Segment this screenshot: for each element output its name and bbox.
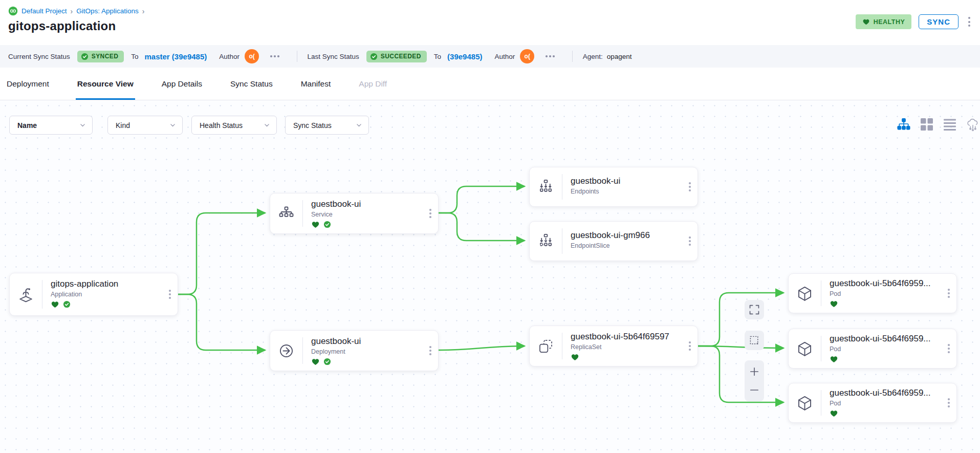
- health-status-badge: HEALTHY: [856, 14, 912, 29]
- filter-bar: Name Kind Health Status Sync Status: [9, 116, 369, 135]
- tab-bar: Deployment Resource View App Details Syn…: [0, 68, 980, 100]
- node-pod[interactable]: guestbook-ui-5b64f6959... Pod: [788, 273, 957, 313]
- node-body: guestbook-ui Service: [303, 193, 423, 233]
- endpoints-icon: [530, 167, 562, 206]
- node-status: [571, 353, 682, 363]
- filter-kind-dropdown[interactable]: Kind: [107, 116, 183, 135]
- check-icon: [370, 53, 378, 60]
- header-actions: HEALTHY SYNC: [856, 14, 973, 29]
- healthy-heart-icon: [51, 300, 59, 311]
- sync-button[interactable]: SYNC: [919, 14, 959, 29]
- node-status: [830, 409, 941, 420]
- filter-name-label: Name: [17, 121, 37, 130]
- resource-graph-canvas[interactable]: Name Kind Health Status Sync Status: [0, 100, 980, 453]
- node-kind: EndpointSlice: [571, 242, 682, 249]
- last-sync-more-icon[interactable]: [545, 53, 556, 59]
- view-mode-toggles: [897, 118, 979, 131]
- node-title: guestbook-ui-5b64f6959...: [830, 388, 941, 398]
- breadcrumb-separator: ›: [71, 7, 73, 15]
- fit-view-icon: [749, 304, 760, 315]
- last-author-avatar: o(: [520, 49, 534, 63]
- node-title: guestbook-ui-5b64f6959...: [830, 334, 941, 344]
- node-body: guestbook-ui Endpoints: [562, 167, 682, 206]
- node-status: [311, 357, 423, 368]
- healthy-heart-icon: [830, 299, 838, 310]
- grid-view-icon[interactable]: [920, 118, 933, 131]
- node-menu-icon[interactable]: [941, 383, 956, 422]
- node-body: guestbook-ui-5b64f6959... Pod: [821, 383, 941, 422]
- tab-app-diff: App Diff: [357, 68, 388, 100]
- zoom-in-button[interactable]: [749, 366, 760, 377]
- node-body: guestbook-ui-gm966 EndpointSlice: [562, 222, 682, 261]
- node-application[interactable]: gitops-application Application: [9, 273, 178, 316]
- application-icon: [10, 273, 42, 315]
- node-menu-icon[interactable]: [682, 326, 698, 366]
- succeeded-badge: SUCCEEDED: [366, 51, 427, 62]
- breadcrumb-section-link[interactable]: GitOps: Applications: [76, 7, 139, 15]
- node-title: gitops-application: [51, 279, 162, 289]
- node-replicaset[interactable]: guestbook-ui-5b64f69597 ReplicaSet: [529, 326, 698, 366]
- node-pod[interactable]: guestbook-ui-5b64f6959... Pod: [788, 329, 957, 369]
- node-status: [830, 355, 941, 365]
- tab-sync-status[interactable]: Sync Status: [229, 68, 274, 100]
- synced-check-icon: [323, 221, 331, 230]
- chevron-down-icon: [356, 122, 362, 128]
- node-menu-icon[interactable]: [162, 273, 178, 315]
- node-title: guestbook-ui-gm966: [571, 230, 682, 241]
- zoom-out-button[interactable]: [749, 384, 760, 396]
- pod-icon: [789, 329, 821, 368]
- chevron-down-icon: [79, 122, 86, 128]
- header-more-menu-icon[interactable]: [966, 15, 973, 28]
- node-deployment[interactable]: guestbook-ui Deployment: [270, 330, 439, 371]
- list-view-icon[interactable]: [943, 118, 956, 131]
- node-kind: ReplicaSet: [571, 343, 682, 351]
- node-service[interactable]: guestbook-ui Service: [270, 193, 439, 234]
- sync-status-bar: Current Sync Status SYNCED To master (39…: [0, 45, 980, 68]
- filter-sync-status-dropdown[interactable]: Sync Status: [285, 116, 369, 135]
- current-revision-link[interactable]: master (39e9485): [145, 52, 207, 61]
- node-title: guestbook-ui: [571, 176, 682, 186]
- chevron-down-icon: [264, 122, 270, 128]
- node-endpointslice[interactable]: guestbook-ui-gm966 EndpointSlice: [529, 221, 698, 261]
- healthy-heart-icon: [311, 220, 320, 231]
- node-menu-icon[interactable]: [682, 167, 698, 206]
- tree-view-icon[interactable]: [897, 118, 910, 131]
- node-body: guestbook-ui-5b64f6959... Pod: [821, 274, 941, 313]
- plus-icon: [749, 366, 760, 377]
- fit-view-button[interactable]: [745, 300, 764, 319]
- tab-deployment[interactable]: Deployment: [5, 68, 51, 100]
- node-menu-icon[interactable]: [941, 329, 956, 368]
- synced-badge: SYNCED: [77, 51, 124, 62]
- node-kind: Application: [51, 291, 162, 298]
- node-menu-icon[interactable]: [423, 193, 438, 233]
- breadcrumb-project-link[interactable]: Default Project: [21, 7, 67, 15]
- healthy-heart-icon: [830, 355, 838, 365]
- replicaset-icon: [530, 326, 562, 366]
- network-view-icon[interactable]: [966, 118, 979, 131]
- last-author-label: Author: [494, 53, 515, 60]
- node-endpoints[interactable]: guestbook-ui Endpoints: [529, 167, 698, 207]
- breadcrumb: Default Project › GitOps: Applications ›: [8, 6, 972, 16]
- node-title: guestbook-ui-5b64f6959...: [830, 278, 941, 289]
- node-menu-icon[interactable]: [941, 274, 956, 313]
- zoom-buttons: [745, 360, 764, 401]
- node-kind: Deployment: [311, 348, 423, 355]
- last-revision-link[interactable]: (39e9485): [447, 52, 482, 61]
- tab-app-details[interactable]: App Details: [160, 68, 204, 100]
- node-body: gitops-application Application: [42, 273, 162, 315]
- filter-name-dropdown[interactable]: Name: [9, 116, 93, 135]
- filter-health-status-dropdown[interactable]: Health Status: [191, 116, 277, 135]
- tab-resource-view[interactable]: Resource View: [76, 68, 135, 100]
- node-pod[interactable]: guestbook-ui-5b64f6959... Pod: [788, 383, 957, 423]
- node-body: guestbook-ui Deployment: [303, 331, 423, 371]
- node-kind: Pod: [830, 290, 941, 297]
- node-menu-icon[interactable]: [682, 222, 698, 261]
- check-icon: [81, 53, 89, 60]
- node-menu-icon[interactable]: [423, 331, 438, 371]
- filter-sync-status-label: Sync Status: [293, 121, 332, 130]
- select-area-button[interactable]: [745, 331, 764, 350]
- tab-manifest[interactable]: Manifest: [299, 68, 333, 100]
- endpointslice-icon: [530, 222, 562, 261]
- healthy-heart-icon: [830, 409, 838, 420]
- current-sync-more-icon[interactable]: [269, 53, 280, 59]
